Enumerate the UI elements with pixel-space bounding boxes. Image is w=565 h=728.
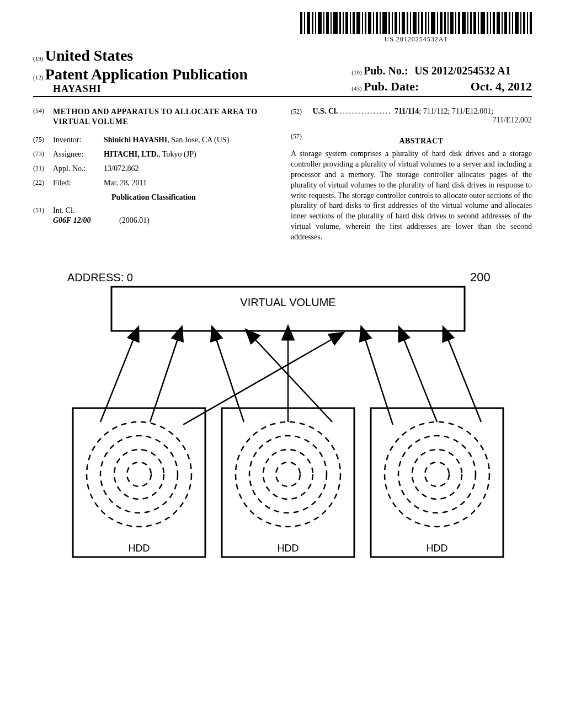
svg-rect-53	[502, 12, 503, 34]
svg-rect-29	[410, 12, 411, 34]
svg-rect-59	[523, 12, 525, 34]
inventor-value: Shinichi HAYASHI, San Jose, CA (US)	[104, 136, 274, 144]
svg-rect-2	[307, 12, 310, 34]
svg-rect-20	[376, 12, 378, 34]
svg-rect-11	[343, 12, 344, 34]
assignee-rest: , Tokyo (JP)	[158, 150, 196, 158]
svg-point-77	[425, 462, 449, 486]
virtual-volume-label: VIRTUAL VOLUME	[240, 296, 335, 308]
hdd-2: HDD	[222, 408, 354, 557]
svg-point-75	[398, 436, 476, 513]
svg-rect-7	[326, 12, 329, 34]
inventor-label: Inventor:	[53, 136, 104, 144]
svg-rect-38	[444, 12, 446, 34]
svg-rect-44	[467, 12, 468, 34]
svg-rect-73	[371, 408, 503, 557]
filed-code: (22)	[33, 179, 53, 188]
pubdate-value: Oct. 4, 2012	[471, 79, 532, 93]
uscl-code: (52)	[291, 108, 311, 116]
svg-rect-52	[497, 12, 500, 34]
inventor-name: Shinichi HAYASHI	[104, 136, 167, 144]
applno-value: 13/072,862	[104, 164, 274, 173]
document-header: (19) United States (12) Patent Applicati…	[33, 47, 532, 97]
svg-rect-3	[312, 12, 313, 34]
svg-point-64	[87, 422, 191, 527]
mapping-arrows	[100, 339, 481, 425]
pub-class-heading: Publication Classification	[33, 193, 274, 202]
applno-code: (21)	[33, 164, 53, 173]
uscl-row: (52) U.S. Cl. ................. 711/114;…	[291, 107, 532, 116]
inventor-rest: , San Jose, CA (US)	[167, 136, 229, 144]
left-column: (54) METHOD AND APPARATUS TO ALLOCATE AR…	[33, 107, 274, 243]
svg-rect-16	[362, 12, 363, 34]
svg-rect-4	[315, 12, 316, 34]
barcode-area: US 20120254532A1	[33, 12, 532, 44]
svg-rect-56	[512, 12, 513, 34]
svg-rect-9	[333, 12, 338, 34]
uscl-values: 711/114; 711/112; 711/E12.001;	[395, 107, 493, 115]
svg-rect-58	[520, 12, 521, 34]
filed-value: Mar. 28, 2011	[104, 179, 274, 188]
svg-rect-21	[380, 12, 381, 34]
doc-type-code: (12)	[33, 74, 43, 81]
svg-rect-24	[392, 12, 393, 34]
address-label: ADDRESS: 0	[67, 271, 133, 283]
pubno-label: Pub. No.:	[364, 65, 408, 77]
intcl-date: (2006.01)	[119, 216, 150, 225]
svg-rect-43	[462, 12, 466, 34]
svg-rect-45	[470, 12, 472, 34]
svg-rect-42	[458, 12, 460, 34]
hdd-label-2: HDD	[278, 543, 299, 554]
svg-point-72	[276, 462, 300, 486]
svg-rect-17	[365, 12, 366, 34]
hdd-1: HDD	[73, 408, 205, 557]
svg-rect-49	[487, 12, 488, 34]
svg-line-86	[448, 339, 481, 422]
patent-page: US 20120254532A1 (19) United States (12)…	[0, 0, 565, 728]
svg-rect-68	[222, 408, 354, 557]
svg-line-84	[365, 339, 393, 425]
uscl-label: U.S. Cl.	[313, 107, 338, 115]
country-code: (19)	[33, 55, 43, 62]
barcode-icon	[300, 12, 532, 34]
svg-rect-46	[473, 12, 476, 34]
svg-rect-34	[428, 12, 429, 34]
uscl-dots: .................	[340, 107, 395, 115]
header-right: (10) Pub. No.: US 2012/0254532 A1 (43) P…	[351, 65, 532, 95]
uscl-rest1: ; 711/112; 711/E12.001;	[419, 107, 493, 115]
svg-rect-41	[455, 12, 456, 34]
svg-rect-37	[440, 12, 443, 34]
svg-rect-33	[425, 12, 427, 34]
hdd-3: HDD	[371, 408, 503, 557]
abstract-heading: ABSTRACT	[311, 137, 532, 146]
invention-title: METHOD AND APPARATUS TO ALLOCATE AREA TO…	[53, 107, 274, 127]
assignee-value: HITACHI, LTD., Tokyo (JP)	[104, 150, 274, 159]
svg-point-69	[236, 422, 340, 527]
svg-rect-28	[407, 12, 408, 34]
svg-line-79	[150, 339, 178, 422]
hdd-label-1: HDD	[129, 543, 150, 554]
svg-rect-57	[515, 12, 519, 34]
svg-line-78	[100, 339, 134, 422]
svg-rect-13	[350, 12, 351, 34]
svg-rect-60	[527, 12, 528, 34]
svg-rect-0	[300, 12, 302, 34]
intcl-class: G06F 12/00	[53, 216, 119, 225]
svg-rect-27	[402, 12, 405, 34]
svg-rect-47	[478, 12, 479, 34]
hdd-label-3: HDD	[427, 543, 448, 554]
svg-rect-54	[504, 12, 507, 34]
barcode-text: US 20120254532A1	[300, 35, 532, 44]
assignee-label: Assignee:	[53, 150, 104, 159]
svg-line-85	[404, 339, 437, 422]
svg-point-71	[263, 449, 313, 499]
svg-line-81	[216, 339, 244, 422]
svg-rect-15	[356, 12, 360, 34]
svg-rect-26	[399, 12, 400, 34]
figure-area: ADDRESS: 0 200 VIRTUAL VOLUME HDD	[33, 265, 532, 563]
header-left: (19) United States (12) Patent Applicati…	[33, 47, 248, 95]
svg-rect-35	[431, 12, 435, 34]
barcode: US 20120254532A1	[300, 12, 532, 44]
uscl-main: 711/114	[395, 107, 419, 115]
svg-rect-31	[418, 12, 419, 34]
